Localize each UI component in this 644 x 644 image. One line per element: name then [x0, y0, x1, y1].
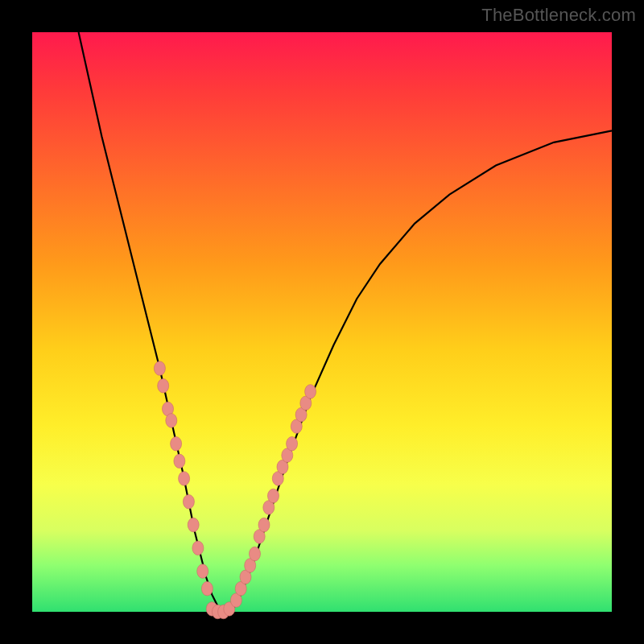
- bead: [154, 361, 165, 376]
- bead: [250, 547, 261, 561]
- watermark-text: TheBottleneck.com: [481, 5, 636, 26]
- bead: [171, 436, 182, 451]
- beads-group: [154, 361, 316, 619]
- bead: [158, 378, 169, 393]
- bead: [166, 414, 177, 428]
- bead: [183, 494, 194, 509]
- bottleneck-curve: [79, 32, 612, 612]
- curve-svg: [32, 32, 612, 612]
- bead: [258, 518, 270, 532]
- bead: [197, 564, 208, 579]
- bead: [174, 454, 185, 469]
- bead: [268, 489, 279, 503]
- bead: [201, 581, 213, 596]
- bead: [188, 518, 199, 532]
- chart-frame: TheBottleneck.com: [0, 0, 644, 644]
- bead: [305, 385, 316, 399]
- plot-area: [32, 32, 612, 612]
- bead: [287, 436, 298, 451]
- bead: [192, 541, 204, 555]
- bead: [179, 472, 190, 486]
